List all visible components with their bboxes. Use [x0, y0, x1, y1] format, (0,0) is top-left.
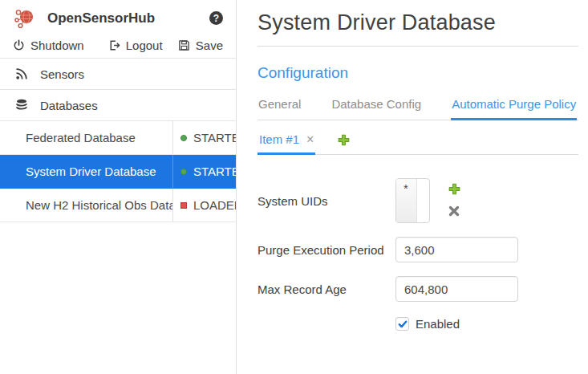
power-icon [13, 39, 25, 51]
database-row-h2-historical[interactable]: New H2 Historical Obs Database LOADED [0, 189, 236, 222]
system-uids-item[interactable]: * [396, 179, 417, 222]
database-icon [14, 99, 28, 112]
max-record-age-label: Max Record Age [258, 283, 395, 296]
plus-icon [448, 183, 460, 195]
database-row-federated[interactable]: Federated Database STARTED [0, 121, 236, 155]
subtab-label: Item #1 [259, 132, 299, 146]
remove-uid-button[interactable] [448, 205, 460, 217]
database-name: Federated Database [0, 121, 172, 154]
logout-icon [108, 39, 120, 51]
databases-label: Databases [40, 99, 98, 112]
plus-icon [338, 134, 350, 146]
title-divider [258, 46, 578, 47]
database-name: New H2 Historical Obs Database [0, 189, 172, 222]
save-icon [178, 39, 190, 51]
status-text: LOADED [193, 198, 236, 212]
opensensorhub-admin-screen: OpenSensorHub ? Shutdown Logout [0, 0, 588, 374]
sidebar-header: OpenSensorHub ? [0, 0, 236, 33]
app-title: OpenSensorHub [47, 10, 209, 26]
purge-policy-subtabbar: Item #1 × [258, 130, 578, 155]
sensors-rss-icon [14, 67, 28, 80]
purge-period-input[interactable] [395, 237, 518, 262]
add-uid-button[interactable] [448, 183, 460, 195]
page-title: System Driver Database [258, 10, 578, 35]
configuration-heading: Configuration [258, 64, 578, 82]
add-item-button[interactable] [338, 134, 350, 146]
listbox-actions [448, 178, 460, 217]
status-loaded-icon [180, 202, 187, 209]
enabled-label: Enabled [416, 317, 460, 331]
sidebar: OpenSensorHub ? Shutdown Logout [0, 0, 237, 374]
database-status-cell: LOADED [172, 189, 236, 222]
shutdown-label: Shutdown [30, 39, 84, 52]
status-text: STARTED [193, 131, 236, 144]
max-record-age-row: Max Record Age [258, 276, 578, 302]
system-uids-row: System UIDs * [258, 178, 578, 223]
status-started-icon [180, 169, 187, 175]
purge-policy-form: System UIDs * [258, 178, 578, 331]
sensors-label: Sensors [40, 67, 84, 81]
sidebar-item-databases[interactable]: Databases [0, 90, 236, 121]
sidebar-item-sensors[interactable]: Sensors [0, 59, 236, 90]
logout-label: Logout [126, 39, 163, 52]
enabled-checkbox[interactable] [395, 317, 409, 331]
purge-period-label: Purge Execution Period [258, 243, 395, 257]
tab-general[interactable]: General [258, 94, 302, 120]
checkmark-icon [398, 319, 408, 329]
help-icon[interactable]: ? [209, 11, 223, 25]
status-text: STARTED [193, 165, 236, 178]
max-record-age-input[interactable] [395, 276, 518, 302]
tab-database-config[interactable]: Database Config [330, 94, 422, 120]
save-button[interactable]: Save [178, 39, 223, 52]
enabled-row: Enabled [395, 317, 578, 331]
database-row-system-driver[interactable]: System Driver Database STARTED [0, 155, 236, 189]
detail-panel: System Driver Database Configuration Gen… [237, 0, 588, 374]
shutdown-button[interactable]: Shutdown [13, 39, 84, 52]
status-started-icon [180, 135, 187, 141]
database-status-cell: STARTED [172, 121, 236, 154]
purge-period-row: Purge Execution Period [258, 237, 578, 262]
close-tab-icon[interactable]: × [306, 133, 314, 146]
database-list: Federated Database STARTED System Driver… [0, 121, 236, 222]
opensensorhub-logo-icon [13, 7, 35, 30]
database-status-cell: STARTED [172, 155, 236, 188]
save-label: Save [196, 39, 223, 52]
system-uids-listbox[interactable]: * [395, 178, 430, 223]
subtab-item-1[interactable]: Item #1 × [258, 130, 315, 155]
database-name: System Driver Database [0, 155, 172, 188]
sidebar-toolbar: Shutdown Logout Save [0, 33, 236, 59]
x-icon [448, 205, 460, 217]
tab-automatic-purge-policy[interactable]: Automatic Purge Policy [451, 94, 577, 120]
system-uids-label: System UIDs [258, 194, 395, 208]
config-tabbar: General Database Config Automatic Purge … [258, 94, 578, 120]
logout-button[interactable]: Logout [108, 39, 163, 52]
